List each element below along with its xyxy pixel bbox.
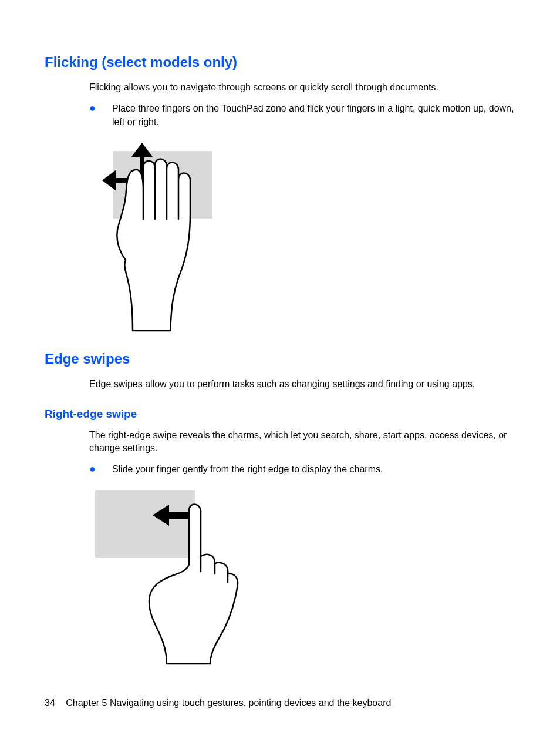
bullet-text-right-edge: Slide your finger gently from the right … (112, 463, 515, 476)
paragraph-right-edge-intro: The right-edge swipe reveals the charms,… (89, 429, 515, 455)
chapter-title: Chapter 5 Navigating using touch gesture… (66, 698, 391, 708)
bullet-text-flicking: Place three fingers on the TouchPad zone… (112, 102, 515, 129)
list-item: ● Place three fingers on the TouchPad zo… (89, 102, 515, 129)
paragraph-edge-swipes-intro: Edge swipes allow you to perform tasks s… (89, 378, 515, 391)
paragraph-flicking-intro: Flicking allows you to navigate through … (89, 81, 515, 94)
heading-edge-swipes: Edge swipes (45, 351, 515, 367)
page-footer: 34 Chapter 5 Navigating using touch gest… (45, 698, 391, 708)
svg-rect-13 (95, 490, 195, 558)
heading-right-edge-swipe: Right-edge swipe (45, 408, 515, 421)
bullet-icon: ● (89, 102, 96, 115)
svg-marker-5 (102, 170, 116, 191)
page-number: 34 (45, 698, 55, 708)
list-item: ● Slide your finger gently from the righ… (89, 463, 515, 476)
illustration-right-edge-swipe (89, 485, 515, 669)
bullet-icon: ● (89, 463, 96, 476)
illustration-flick-gesture (89, 137, 515, 339)
document-page: Flicking (select models only) Flicking a… (0, 0, 560, 669)
heading-flicking: Flicking (select models only) (45, 54, 515, 70)
